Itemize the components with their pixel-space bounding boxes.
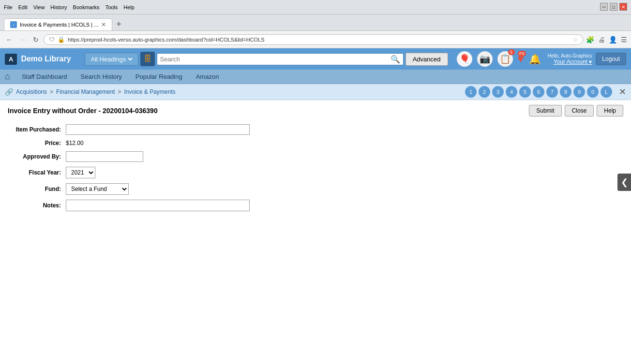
main-content: Invoice Entry without Order - 20200104-0… xyxy=(0,100,631,221)
menu-tools[interactable]: Tools xyxy=(105,4,118,10)
page-7-button[interactable]: 7 xyxy=(546,86,558,98)
user-account: Hello, Auto-Graphics Your Account ▾ xyxy=(548,53,592,65)
bell-icon-item[interactable]: 🔔 xyxy=(529,53,541,65)
app-title: Demo Library xyxy=(21,55,71,63)
breadcrumb-sep-2: > xyxy=(118,88,121,95)
nav-staff-dashboard[interactable]: Staff Dashboard xyxy=(20,72,69,81)
account-link[interactable]: Your Account ▾ xyxy=(548,58,592,65)
camera-icon: 📷 xyxy=(477,51,493,67)
breadcrumb-sep-1: > xyxy=(50,88,53,95)
notes-label: Notes: xyxy=(8,202,66,209)
address-text: https://preprod-hcols-verso.auto-graphic… xyxy=(68,37,570,43)
item-purchased-label: Item Purchased: xyxy=(8,126,66,133)
breadcrumb-icon: 🔗 xyxy=(5,88,13,96)
approved-by-input[interactable] xyxy=(66,151,143,162)
heart-icon-item[interactable]: ♥ F9 xyxy=(518,53,524,65)
back-button[interactable]: ← xyxy=(4,35,15,44)
address-box[interactable]: 🛡 🔒 https://preprod-hcols-verso.auto-gra… xyxy=(44,34,583,45)
breadcrumb-financial-management[interactable]: Financial Management xyxy=(56,88,115,95)
list-icon-item[interactable]: 📋 5 xyxy=(497,51,513,67)
balloon-icon-item[interactable]: 🎈 xyxy=(457,51,472,67)
app-logo: A xyxy=(5,54,17,65)
page-8-button[interactable]: 8 xyxy=(560,86,571,98)
page-4-button[interactable]: 4 xyxy=(506,86,517,98)
profile-button[interactable]: 👤 xyxy=(609,36,617,44)
page-2-button[interactable]: 2 xyxy=(479,86,490,98)
approved-by-row: Approved By: xyxy=(8,151,623,162)
heading-select-wrapper[interactable]: All Headings xyxy=(85,53,138,66)
maximize-button[interactable]: □ xyxy=(610,3,617,11)
camera-icon-item[interactable]: 📷 xyxy=(477,51,493,67)
page-6-button[interactable]: 6 xyxy=(533,86,544,98)
browser-tabbar: i Invoice & Payments | HCOLS | ... ✕ + xyxy=(0,15,631,31)
menu-button[interactable]: ☰ xyxy=(621,36,627,44)
active-tab[interactable]: i Invoice & Payments | HCOLS | ... ✕ xyxy=(4,18,112,30)
menu-edit[interactable]: Edit xyxy=(18,4,28,10)
page-l-button[interactable]: L xyxy=(601,86,612,98)
fiscal-year-select[interactable]: 2021 xyxy=(66,167,95,178)
price-row: Price: $12.00 xyxy=(8,140,623,146)
balloon-icon: 🎈 xyxy=(457,51,472,67)
page-9-button[interactable]: 9 xyxy=(573,86,585,98)
account-chevron-icon: ▾ xyxy=(589,58,592,65)
nav-popular-reading[interactable]: Popular Reading xyxy=(134,72,184,81)
close-button[interactable]: ✕ xyxy=(619,3,627,11)
menu-history[interactable]: History xyxy=(50,4,67,10)
tab-title: Invoice & Payments | HCOLS | ... xyxy=(20,22,98,28)
breadcrumb-close-button[interactable]: ✕ xyxy=(619,87,626,97)
minimize-button[interactable]: ─ xyxy=(600,3,608,11)
price-value: $12.00 xyxy=(66,140,84,146)
close-button[interactable]: Close xyxy=(565,105,594,116)
hello-text: Hello, Auto-Graphics xyxy=(548,53,592,58)
fiscal-year-label: Fiscal Year: xyxy=(8,169,66,176)
notes-input[interactable] xyxy=(66,200,250,211)
breadcrumb-acquisitions[interactable]: Acquisitions xyxy=(16,88,47,95)
logout-button[interactable]: Logout xyxy=(596,53,626,65)
form-table: Item Purchased: Price: $12.00 Approved B… xyxy=(8,124,623,211)
nav-amazon[interactable]: Amazon xyxy=(194,72,221,81)
search-input-wrap[interactable]: 🔍 xyxy=(157,53,404,65)
back-arrow-button[interactable]: ❮ xyxy=(617,174,631,191)
new-tab-button[interactable]: + xyxy=(112,19,125,29)
page-1-button[interactable]: 1 xyxy=(465,86,477,98)
forward-button[interactable]: → xyxy=(17,35,28,44)
heading-dropdown[interactable]: All Headings xyxy=(89,55,134,63)
form-title: Invoice Entry without Order - 20200104-0… xyxy=(8,105,623,116)
advanced-button[interactable]: Advanced xyxy=(406,53,448,66)
search-bar: All Headings 🗄 🔍 Advanced xyxy=(85,52,448,66)
nav-search-history[interactable]: Search History xyxy=(79,72,124,81)
page-5-button[interactable]: 5 xyxy=(519,86,531,98)
fiscal-year-row: Fiscal Year: 2021 xyxy=(8,167,623,178)
app-header: A Demo Library All Headings 🗄 🔍 Advanced… xyxy=(0,48,631,70)
browser-right-icons: 🧩 🖨 👤 ☰ xyxy=(586,36,627,44)
refresh-button[interactable]: ↻ xyxy=(31,35,41,44)
bookmark-star-icon[interactable]: ☆ xyxy=(572,36,578,43)
tab-close-button[interactable]: ✕ xyxy=(101,21,106,28)
menu-view[interactable]: View xyxy=(33,4,45,10)
menu-file[interactable]: File xyxy=(4,4,13,10)
home-icon[interactable]: ⌂ xyxy=(5,72,10,82)
browser-addressbar: ← → ↻ 🛡 🔒 https://preprod-hcols-verso.au… xyxy=(0,31,631,48)
browser-menu: File Edit View History Bookmarks Tools H… xyxy=(4,4,135,10)
help-button[interactable]: Help xyxy=(597,105,623,116)
header-icons: 🎈 📷 📋 5 ♥ F9 🔔 xyxy=(457,51,541,67)
extensions-button[interactable]: 🧩 xyxy=(586,36,594,44)
breadcrumb-invoice-payments[interactable]: Invoice & Payments xyxy=(124,88,175,95)
page-3-button[interactable]: 3 xyxy=(492,86,504,98)
search-button[interactable]: 🔍 xyxy=(391,55,400,64)
page-0-button[interactable]: 0 xyxy=(587,86,599,98)
submit-button[interactable]: Submit xyxy=(529,105,561,116)
fund-select[interactable]: Select a Fund xyxy=(66,183,129,195)
search-input[interactable] xyxy=(160,56,391,63)
print-button[interactable]: 🖨 xyxy=(598,36,605,44)
menu-help[interactable]: Help xyxy=(123,4,135,10)
pagination: 1 2 3 4 5 6 7 8 9 0 L xyxy=(465,86,612,98)
item-purchased-input[interactable] xyxy=(66,124,250,135)
fund-label: Fund: xyxy=(8,186,66,192)
window-controls: ─ □ ✕ xyxy=(600,3,627,11)
list-badge: 5 xyxy=(508,49,515,55)
heart-badge: F9 xyxy=(518,51,526,57)
database-icon[interactable]: 🗄 xyxy=(140,52,155,66)
menu-bookmarks[interactable]: Bookmarks xyxy=(73,4,100,10)
notes-row: Notes: xyxy=(8,200,623,211)
